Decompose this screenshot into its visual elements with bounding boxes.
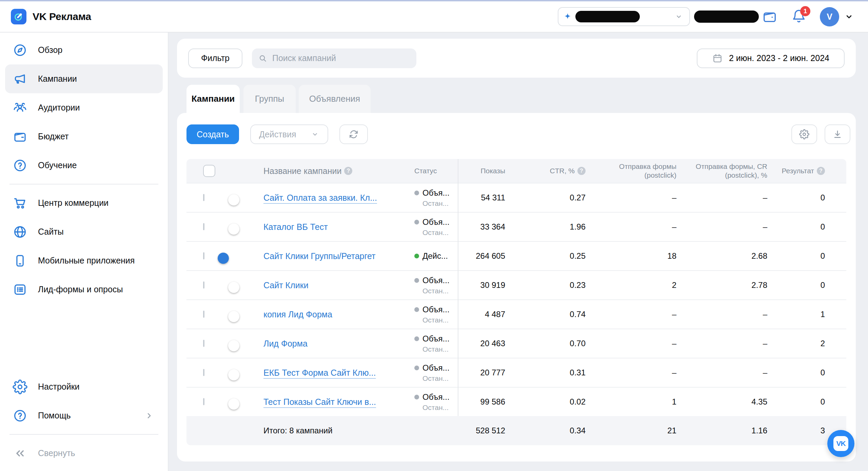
table-row: Лид Форма Объя... Остан... 20 463 0.70 –…	[186, 329, 846, 358]
sidebar-item-campaigns[interactable]: Кампании	[5, 64, 163, 93]
column-header-status[interactable]: Статус	[410, 167, 458, 175]
sidebar-item-settings[interactable]: Настройки	[5, 372, 163, 401]
account-selector[interactable]	[558, 7, 690, 26]
chevron-down-icon	[311, 130, 319, 139]
help-icon[interactable]: ?	[817, 167, 825, 175]
ctr-value: 1.96	[509, 222, 590, 232]
row-checkbox[interactable]	[203, 340, 204, 347]
impressions-value: 20 777	[458, 368, 509, 377]
vk-support-widget-button[interactable]: VK	[827, 430, 854, 457]
campaign-name-link[interactable]: Сайт Клики	[263, 280, 309, 290]
sidebar-item-learning[interactable]: Обучение	[5, 151, 163, 180]
create-button[interactable]: Создать	[186, 124, 239, 144]
select-all-checkbox[interactable]	[203, 165, 215, 177]
appbar-right-cluster: 1 V	[558, 7, 868, 26]
row-checkbox[interactable]	[203, 252, 204, 259]
date-range-button[interactable]: 2 июн. 2023 - 2 июн. 2024	[697, 48, 845, 68]
status-dot	[414, 395, 419, 399]
sidebar-item-label: Обучение	[38, 160, 77, 170]
sidebar-item-overview[interactable]: Обзор	[5, 36, 163, 64]
impressions-value: 20 463	[458, 339, 509, 348]
row-checkbox[interactable]	[203, 398, 204, 405]
status-cell: Объя... Остан...	[410, 188, 458, 208]
table-settings-button[interactable]	[791, 124, 817, 144]
sidebar-bottom: Настройки Помощь	[0, 372, 168, 468]
sidebar-item-commerce-center[interactable]: Центр коммерции	[5, 189, 163, 217]
ctr-value: 0.74	[509, 310, 590, 319]
compass-icon	[13, 43, 27, 58]
row-checkbox[interactable]	[203, 311, 204, 318]
impressions-value: 264 605	[458, 251, 509, 261]
ctr-value: 0.02	[509, 397, 590, 407]
tab-ads[interactable]: Объявления	[299, 85, 371, 113]
table-row: Каталог ВБ Тест Объя... Остан... 33 364 …	[186, 212, 846, 241]
impressions-value: 33 364	[458, 222, 509, 232]
column-header-impressions[interactable]: Показы	[458, 167, 509, 175]
ctr-value: 0.23	[509, 280, 590, 290]
postclick-value: –	[590, 193, 680, 202]
ctr-value: 0.70	[509, 339, 590, 348]
result-value: 0	[771, 251, 846, 261]
campaign-name-link[interactable]: копия Лид Форма	[263, 310, 332, 319]
column-header-cr[interactable]: Отправка формы, CR (postclick), %	[680, 162, 771, 180]
row-checkbox[interactable]	[203, 369, 204, 376]
sidebar-item-mobile-apps[interactable]: Мобильные приложения	[5, 246, 163, 275]
help-icon[interactable]: ?	[344, 167, 352, 175]
tab-campaigns[interactable]: Кампании	[186, 85, 240, 113]
tab-groups[interactable]: Группы	[243, 85, 296, 113]
campaign-name-link[interactable]: Тест Показы Сайт Ключи в...	[263, 397, 376, 407]
status-cell: Объя... Остан...	[410, 334, 458, 353]
sidebar-item-help[interactable]: Помощь	[5, 401, 163, 430]
brand[interactable]: VK Реклама	[11, 9, 91, 24]
postclick-value: 2	[590, 280, 680, 290]
wallet-icon[interactable]	[762, 9, 777, 24]
postclick-value: 1	[590, 397, 680, 407]
help-icon[interactable]: ?	[577, 167, 586, 175]
row-checkbox[interactable]	[203, 223, 204, 230]
refresh-button[interactable]	[339, 124, 368, 144]
account-name-redacted	[575, 11, 640, 22]
totals-ctr: 0.34	[509, 426, 590, 435]
column-header-name[interactable]: Название кампании ?	[257, 166, 410, 176]
balance-redacted	[694, 11, 759, 23]
profile-chevron-down-icon[interactable]	[844, 12, 854, 21]
notifications-bell[interactable]: 1	[791, 9, 806, 24]
status-cell: Объя... Остан...	[410, 276, 458, 295]
row-checkbox[interactable]	[203, 281, 204, 289]
campaign-name-link[interactable]: ЕКБ Тест Форма Сайт Клю...	[263, 368, 376, 377]
sidebar-item-label: Кампании	[38, 74, 77, 84]
sidebar-item-sites[interactable]: Сайты	[5, 217, 163, 246]
postclick-value: –	[590, 222, 680, 232]
export-download-button[interactable]	[825, 124, 850, 144]
campaign-name-link[interactable]: Сайт Клики Группы/Ретаргет	[263, 251, 376, 261]
column-header-ctr[interactable]: CTR, % ?	[509, 167, 590, 175]
impressions-value: 30 919	[458, 280, 509, 290]
table-row: Сайт. Оплата за заявки. Кл... Объя... Ос…	[186, 183, 846, 212]
search-field[interactable]	[252, 48, 416, 68]
sidebar-item-audiences[interactable]: Аудитории	[5, 93, 163, 122]
table-header-row: Название кампании ? Статус Показы CTR, %…	[186, 159, 846, 183]
actions-dropdown[interactable]: Действия	[250, 124, 328, 144]
tabs: Кампании Группы Объявления	[186, 85, 371, 113]
filter-button[interactable]: Фильтр	[188, 48, 242, 68]
ctr-value: 0.27	[509, 193, 590, 202]
column-header-postclick[interactable]: Отправка формы (postclick)	[590, 162, 680, 180]
sidebar-item-label: Сайты	[38, 227, 64, 237]
row-checkbox[interactable]	[203, 194, 204, 201]
forms-list-icon	[13, 282, 27, 297]
notification-badge[interactable]: 1	[800, 6, 810, 16]
status-dot	[414, 336, 419, 341]
table-row: копия Лид Форма Объя... Остан... 4 487 0…	[186, 299, 846, 329]
avatar[interactable]: V	[820, 7, 839, 26]
campaign-name-link[interactable]: Лид Форма	[263, 339, 308, 348]
campaign-name-link[interactable]: Каталог ВБ Тест	[263, 222, 328, 232]
search-input[interactable]	[272, 53, 410, 63]
sidebar-collapse-button[interactable]: Свернуть	[5, 439, 163, 468]
column-header-result[interactable]: Результат ?	[771, 167, 846, 175]
sidebar-item-lead-forms[interactable]: Лид-формы и опросы	[5, 275, 163, 304]
status-dot	[414, 254, 419, 258]
sidebar-item-budget[interactable]: Бюджет	[5, 122, 163, 151]
table-totals-row: Итого: 8 кампаний 528 512 0.34 21 1.16 3	[186, 416, 846, 445]
main-content: Фильтр 2 июн. 2023 - 2 июн. 2024	[169, 33, 868, 471]
campaign-name-link[interactable]: Сайт. Оплата за заявки. Кл...	[263, 193, 377, 202]
